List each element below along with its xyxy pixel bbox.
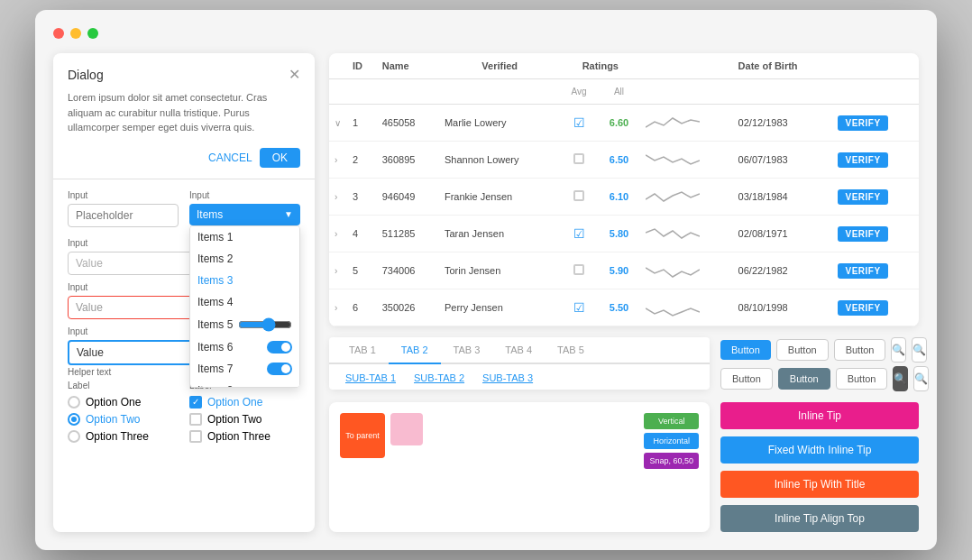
- cell-name: Shannon Lowery: [439, 142, 560, 179]
- table-row: ∨ 1 465058 Marlie Lowery ☑ 6.60 02/12/19…: [329, 105, 919, 142]
- dropdown-item-selected[interactable]: Items 3: [190, 270, 299, 291]
- snap-button[interactable]: Snap, 60,50: [644, 453, 699, 469]
- button-outline-3[interactable]: Button: [720, 368, 773, 390]
- tab-1[interactable]: TAB 1: [336, 337, 389, 364]
- radio-option-3[interactable]: Option Three: [68, 430, 179, 443]
- expand-icon[interactable]: ›: [329, 142, 347, 179]
- expand-icon[interactable]: ∨: [329, 105, 347, 142]
- cell-avg: 5.50: [598, 289, 641, 326]
- button-outline-2[interactable]: Button: [834, 339, 886, 361]
- search-icon-btn-dark[interactable]: 🔍: [893, 366, 908, 391]
- button-row-1: Button Button Button 🔍 🔍: [720, 337, 919, 363]
- expand-icon[interactable]: ›: [329, 252, 347, 289]
- data-table: ID Name Verified Ratings Date of Birth A…: [329, 53, 919, 326]
- toggle-switch[interactable]: [267, 363, 292, 375]
- dropdown-item[interactable]: Items 8: [190, 380, 299, 388]
- tab-3[interactable]: TAB 3: [441, 337, 493, 364]
- chevron-down-icon: ▼: [284, 209, 293, 219]
- box-pink: [390, 413, 423, 445]
- horizontal-button[interactable]: Horizontal: [644, 433, 699, 449]
- check-option-1[interactable]: ✓ Option One: [189, 396, 300, 409]
- expand-icon[interactable]: ›: [329, 216, 347, 252]
- check-option-3[interactable]: Option Three: [189, 430, 300, 443]
- cell-id: 6: [347, 289, 377, 326]
- verify-button[interactable]: VERIFY: [838, 226, 887, 242]
- verify-button[interactable]: VERIFY: [838, 115, 887, 131]
- input1-field[interactable]: [68, 204, 179, 227]
- expand-icon[interactable]: ›: [329, 179, 347, 216]
- expand-icon[interactable]: ›: [329, 289, 347, 326]
- sub-tab-2[interactable]: SUB-TAB 2: [405, 368, 473, 390]
- dropdown-item[interactable]: Items 1: [190, 226, 299, 248]
- sub-tab-3[interactable]: SUB-TAB 3: [473, 368, 542, 390]
- button-dark-1[interactable]: Button: [778, 368, 830, 390]
- checkbox-3: [189, 430, 202, 443]
- dropdown-item[interactable]: Items 4: [190, 291, 299, 313]
- range-slider[interactable]: [238, 317, 292, 332]
- maximize-button[interactable]: [87, 28, 98, 39]
- mac-window: Dialog ✕ Lorem ipsum dolor sit amet cons…: [35, 10, 937, 550]
- tab-4[interactable]: TAB 4: [492, 337, 545, 364]
- dropdown-item[interactable]: Items 6: [190, 336, 299, 358]
- verify-button[interactable]: VERIFY: [838, 263, 887, 279]
- cell-name: Marlie Lowery: [439, 105, 560, 142]
- check-group: Label ✓ Option One Option Two Option Thr…: [189, 381, 300, 447]
- inline-tip-button-3[interactable]: Inline Tip With Title: [720, 471, 919, 498]
- form-options: Label Option One Option Two Option Three: [53, 381, 315, 458]
- close-icon[interactable]: ✕: [289, 66, 300, 83]
- radio-option-1[interactable]: Option One: [68, 396, 179, 409]
- verify-button[interactable]: VERIFY: [838, 152, 887, 168]
- inline-tip-button-2[interactable]: Fixed Width Inline Tip: [720, 436, 919, 464]
- radio-circle: [68, 430, 80, 443]
- cell-name: Taran Jensen: [439, 216, 560, 252]
- flex-left: To parent: [340, 413, 423, 458]
- tab-5[interactable]: TAB 5: [545, 337, 597, 364]
- dropdown-container: Items ▼ Items 1 Items 2 Items 3 Items 4 …: [189, 204, 300, 225]
- flex-right: Vertical Horizontal Snap, 60,50: [644, 413, 699, 469]
- close-button[interactable]: [53, 28, 64, 39]
- dropdown-item[interactable]: Items 5: [190, 313, 299, 336]
- dialog-panel: Dialog ✕ Lorem ipsum dolor sit amet cons…: [53, 53, 315, 532]
- toggle-switch[interactable]: [267, 341, 292, 353]
- button-outline-1[interactable]: Button: [776, 339, 829, 361]
- inline-tips: Inline Tip Fixed Width Inline Tip Inline…: [720, 402, 919, 532]
- cell-id-val: 734006: [377, 252, 439, 289]
- inline-tip-button-1[interactable]: Inline Tip: [720, 402, 919, 429]
- cell-verified: ☑: [560, 289, 597, 326]
- cancel-button[interactable]: CANCEL: [208, 148, 252, 168]
- checkbox-unchecked: [573, 264, 584, 275]
- cell-all: [640, 179, 732, 216]
- radio-option-2[interactable]: Option Two: [68, 413, 179, 426]
- cell-id-val: 946049: [377, 179, 439, 216]
- cell-all: [640, 216, 732, 252]
- dropdown-label: Input: [189, 190, 300, 200]
- verify-button[interactable]: VERIFY: [838, 300, 887, 316]
- cell-id-val: 360895: [377, 142, 439, 179]
- cell-id: 3: [347, 179, 377, 216]
- dropdown-item[interactable]: Items 2: [190, 248, 299, 270]
- button-blue-1[interactable]: Button: [720, 340, 771, 360]
- sub-tab-bar: SUB-TAB 1 SUB-TAB 2 SUB-TAB 3: [329, 364, 710, 390]
- table-row: › 2 360895 Shannon Lowery 6.50 06/07/198…: [329, 142, 919, 179]
- ok-button[interactable]: OK: [260, 148, 300, 168]
- button-outline-4[interactable]: Button: [836, 368, 888, 390]
- sub-tab-1[interactable]: SUB-TAB 1: [336, 368, 405, 390]
- search-icon-btn-3[interactable]: 🔍: [913, 366, 929, 391]
- inline-tip-button-4[interactable]: Inline Tip Align Top: [720, 505, 919, 532]
- search-icon-btn-2[interactable]: 🔍: [912, 337, 927, 363]
- search-icon-btn-1[interactable]: 🔍: [891, 337, 906, 363]
- verify-button[interactable]: VERIFY: [838, 189, 887, 205]
- cell-id: 5: [347, 252, 377, 289]
- vertical-button[interactable]: Vertical: [644, 413, 699, 429]
- minimize-button[interactable]: [70, 28, 81, 39]
- check-option-2[interactable]: Option Two: [189, 413, 300, 426]
- dropdown-selected[interactable]: Items ▼: [189, 204, 300, 225]
- dropdown-item[interactable]: Items 7: [190, 358, 299, 380]
- buttons-block: Button Button Button 🔍 🔍 Button Button B…: [720, 337, 919, 391]
- col-header-ratings: Ratings: [560, 53, 640, 79]
- radio-circle-checked: [68, 413, 80, 426]
- check-option-1-label: Option One: [207, 396, 262, 409]
- tab-2[interactable]: TAB 2: [389, 337, 441, 364]
- check-option-3-label: Option Three: [207, 430, 271, 443]
- cell-all: [640, 289, 732, 326]
